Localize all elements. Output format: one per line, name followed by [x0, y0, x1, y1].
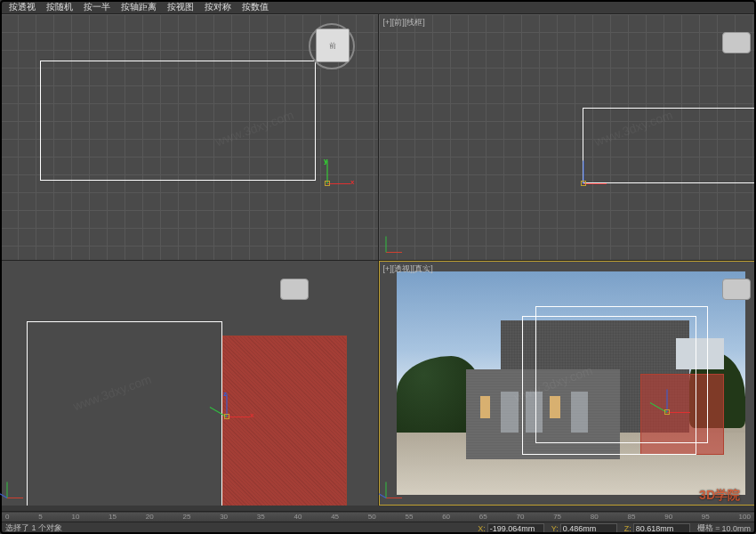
viewport-top[interactable]: 前 x y www.3dxy.com — [0, 14, 378, 260]
menu-perspective[interactable]: 按透视 — [4, 0, 41, 14]
viewport-label-front[interactable]: [+][前][线框] — [383, 17, 425, 28]
tripod-y — [379, 490, 386, 498]
menu-half[interactable]: 按一半 — [78, 0, 116, 14]
menu-symmetry[interactable]: 按对称 — [199, 0, 237, 14]
gizmo-x-axis[interactable] — [583, 183, 607, 184]
coord-y-label: Y: — [551, 524, 559, 533]
status-bar: 选择了 1 个对象 X: Y: Z: 栅格 = 10.0mm — [0, 522, 756, 534]
grid-size-value: 10.0mm — [721, 524, 751, 533]
transform-gizmo[interactable]: x y — [301, 157, 354, 210]
menu-numeric[interactable]: 按数值 — [237, 0, 274, 14]
axis-label-y: y — [324, 157, 327, 165]
axis-label-z: z — [223, 390, 227, 398]
time-ticks: 0 5 10 15 20 25 30 35 40 45 50 55 60 65 … — [2, 513, 754, 522]
viewcube[interactable] — [722, 32, 751, 53]
viewport-left[interactable]: x z www.3dxy.com — [0, 261, 378, 506]
menu-axis-distance[interactable]: 按轴距离 — [116, 0, 162, 14]
axis-label-x: x — [350, 178, 354, 186]
scene-door — [501, 392, 519, 432]
selection-status: 选择了 1 个对象 — [5, 522, 62, 534]
gizmo-x-axis[interactable] — [667, 412, 690, 413]
transform-gizmo[interactable] — [640, 385, 694, 439]
gizmo-x-axis[interactable] — [227, 417, 250, 417]
tripod-x — [7, 498, 23, 498]
menu-view[interactable]: 按视图 — [162, 0, 199, 14]
time-slider-track[interactable]: 0 5 10 15 20 25 30 35 40 45 50 55 60 65 … — [2, 513, 754, 522]
coord-x-input[interactable] — [487, 523, 544, 533]
gizmo-origin[interactable] — [664, 409, 670, 415]
tripod-z — [385, 482, 386, 498]
coord-z-label: Z: — [624, 524, 631, 533]
viewport-perspective[interactable]: [+][透视][真实] www.3dxy. — [379, 261, 757, 506]
coord-x-field: X: — [478, 523, 544, 533]
coord-x-label: X: — [478, 524, 486, 533]
viewport-quad: 前 x y www.3dxy.com [+][前][线框] www.3dxy.c… — [0, 14, 756, 506]
tripod-z — [385, 236, 386, 252]
grid-size-field: 栅格 = 10.0mm — [697, 522, 751, 534]
tripod-z — [7, 482, 8, 498]
render-scene — [397, 271, 746, 496]
gizmo-origin[interactable] — [325, 181, 330, 186]
scene-window — [480, 396, 491, 418]
wireframe-box-top[interactable] — [40, 61, 316, 181]
menu-random[interactable]: 按随机 — [41, 0, 78, 14]
world-axis-tripod — [7, 473, 32, 498]
viewcube[interactable] — [280, 279, 309, 300]
wireframe-box-left[interactable] — [27, 321, 222, 506]
world-axis-tripod — [386, 228, 411, 253]
coord-z-field: Z: — [624, 523, 690, 533]
viewcube[interactable] — [722, 279, 751, 300]
axis-label-x: x — [250, 411, 253, 419]
gizmo-origin[interactable] — [581, 181, 586, 186]
tripod-x — [386, 252, 402, 253]
gizmo-origin[interactable] — [224, 414, 229, 419]
time-slider[interactable]: 0 5 10 15 20 25 30 35 40 45 50 55 60 65 … — [0, 511, 756, 522]
transform-gizmo[interactable]: x z — [200, 390, 253, 443]
viewport-front[interactable]: [+][前][线框] www.3dxy.com — [379, 14, 757, 260]
viewport-label-perspective[interactable]: [+][透视][真实] — [383, 263, 433, 275]
tripod-x — [386, 498, 402, 498]
coord-z-input[interactable] — [633, 523, 690, 533]
selection-mode-menubar: 按透视 按随机 按一半 按轴距离 按视图 按对称 按数值 — [0, 0, 756, 14]
grid-size-label: 栅格 = — [697, 522, 720, 534]
viewcube[interactable]: 前 — [316, 28, 350, 62]
world-axis-tripod — [386, 473, 411, 498]
brand-watermark: 3D学院 — [699, 488, 740, 504]
transform-gizmo[interactable] — [557, 157, 610, 210]
coord-y-input[interactable] — [560, 523, 617, 533]
coord-y-field: Y: — [551, 523, 617, 533]
gizmo-x-axis[interactable] — [327, 183, 350, 184]
